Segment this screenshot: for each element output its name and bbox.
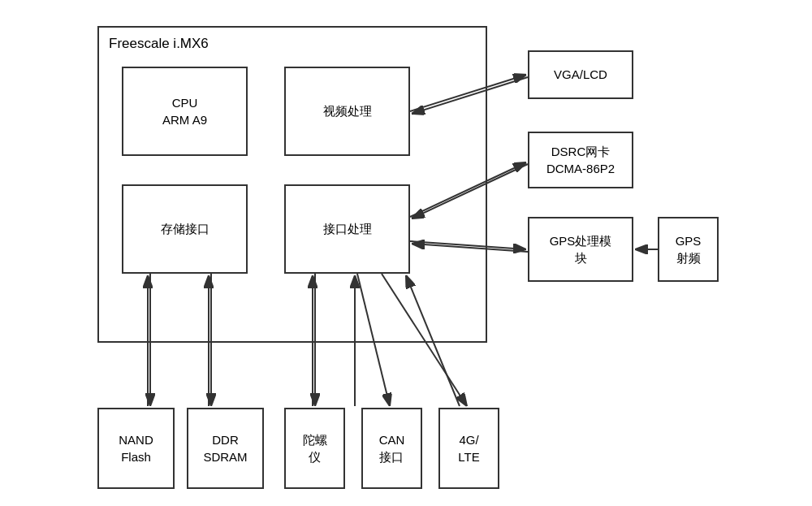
nand-flash-label: NAND Flash [119,431,153,465]
gps-rf-box: GPS 射频 [658,217,719,282]
cpu-box: CPU ARM A9 [122,67,248,156]
interface-processing-box: 接口处理 [284,184,410,274]
video-label: 视频处理 [323,102,372,119]
lte-box: 4G/ LTE [438,408,499,489]
dsrc-label: DSRC网卡 DCMA-86P2 [546,143,615,177]
gps-module-label: GPS处理模 块 [550,232,612,266]
vga-lcd-box: VGA/LCD [528,50,633,99]
can-label: CAN 接口 [379,431,405,465]
can-box: CAN 接口 [361,408,422,489]
ddr-sdram-label: DDR SDRAM [203,431,247,465]
lte-label: 4G/ LTE [458,431,479,465]
video-box: 视频处理 [284,67,410,156]
storage-interface-box: 存储接口 [122,184,248,274]
architecture-diagram: Freescale i.MX6 CPU ARM A9 视频处理 存储接口 接口处… [89,10,723,497]
interface-processing-label: 接口处理 [323,220,372,237]
gps-module-box: GPS处理模 块 [528,217,633,282]
storage-interface-label: 存储接口 [161,220,209,237]
gyro-box: 陀螺 仪 [284,408,345,489]
dsrc-box: DSRC网卡 DCMA-86P2 [528,132,633,188]
nand-flash-box: NAND Flash [97,408,175,489]
vga-lcd-label: VGA/LCD [554,66,607,83]
gyro-label: 陀螺 仪 [303,431,327,465]
gps-rf-label: GPS 射频 [676,232,702,266]
ddr-sdram-box: DDR SDRAM [187,408,264,489]
freescale-label: Freescale i.MX6 [109,34,209,54]
cpu-label: CPU ARM A9 [162,94,207,128]
